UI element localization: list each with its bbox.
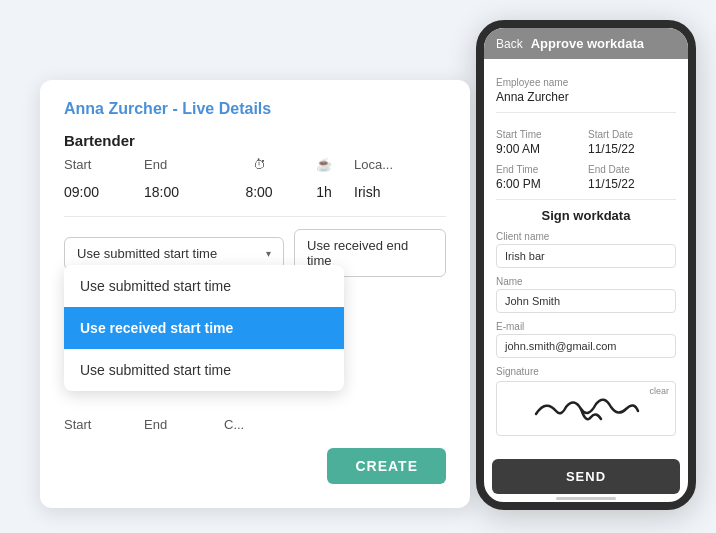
home-bar	[556, 497, 616, 500]
signature-area[interactable]: clear	[496, 381, 676, 436]
create-button-row: CREATE	[64, 448, 446, 484]
location: Irish	[354, 184, 446, 200]
end-time-value: 6:00 PM	[496, 177, 584, 191]
dropdown-option-0[interactable]: Use submitted start time	[64, 265, 344, 307]
send-button[interactable]: SEND	[492, 459, 680, 494]
phone-divider-2	[496, 199, 676, 200]
start-time: 09:00	[64, 184, 144, 200]
end-time-label: End Time	[496, 164, 584, 175]
dropdown-menu: Use submitted start time Use received st…	[64, 265, 344, 391]
end-date-label: End Date	[588, 164, 676, 175]
second-header-end: End	[144, 417, 224, 432]
name-label: Name	[496, 276, 676, 287]
dropdown-option-2[interactable]: Use submitted start time	[64, 349, 344, 391]
start-time-label: Start Time	[496, 129, 584, 140]
sign-workdata-title: Sign workdata	[496, 208, 676, 223]
header-start: Start	[64, 157, 144, 172]
dropdown-row: Use submitted start time ▾ Use received …	[64, 229, 446, 277]
second-header-c: C...	[224, 417, 446, 432]
email-input[interactable]: john.smith@gmail.com	[496, 334, 676, 358]
phone-mockup: Back Approve workdata Employee name Anna…	[476, 20, 696, 510]
header-end: End	[144, 157, 224, 172]
second-header-start: Start	[64, 417, 144, 432]
phone-body: Employee name Anna Zurcher Start Time 9:…	[484, 59, 688, 446]
end-date-value: 11/15/22	[588, 177, 676, 191]
schedule-row: 09:00 18:00 8:00 1h Irish	[64, 180, 446, 204]
back-button[interactable]: Back	[496, 37, 523, 51]
start-time-value: 9:00 AM	[496, 142, 584, 156]
live-details-card: Anna Zurcher - Live Details Bartender St…	[40, 80, 470, 508]
signature-drawing	[526, 389, 646, 429]
phone-title: Approve workdata	[531, 36, 644, 51]
create-button[interactable]: CREATE	[327, 448, 446, 484]
employee-name: Anna Zurcher	[496, 90, 676, 104]
second-table: Start End C...	[64, 417, 446, 432]
divider	[64, 216, 446, 217]
dropdown-option-1[interactable]: Use received start time	[64, 307, 344, 349]
header-location: Loca...	[354, 157, 446, 172]
role-label: Bartender	[64, 132, 446, 149]
email-label: E-mail	[496, 321, 676, 332]
second-table-header: Start End C...	[64, 417, 446, 432]
header-clock: ⏱	[224, 157, 294, 172]
name-input[interactable]: John Smith	[496, 289, 676, 313]
header-coffee: ☕	[294, 157, 354, 172]
date-block: Start Date 11/15/22 End Date 11/15/22	[588, 121, 676, 191]
employee-name-label: Employee name	[496, 77, 676, 88]
clear-link[interactable]: clear	[649, 386, 669, 396]
phone-divider-1	[496, 112, 676, 113]
table-header: Start End ⏱ ☕ Loca...	[64, 157, 446, 176]
time-date-row: Start Time 9:00 AM End Time 6:00 PM Star…	[496, 121, 676, 191]
end-time: 18:00	[144, 184, 224, 200]
card-title: Anna Zurcher - Live Details	[64, 100, 446, 118]
start-time-block: Start Time 9:00 AM End Time 6:00 PM	[496, 121, 584, 191]
signature-label: Signature	[496, 366, 676, 377]
start-date-value: 11/15/22	[588, 142, 676, 156]
dropdown-selected-label: Use submitted start time	[77, 246, 217, 261]
break: 1h	[294, 184, 354, 200]
client-name-input[interactable]: Irish bar	[496, 244, 676, 268]
client-name-label: Client name	[496, 231, 676, 242]
duration: 8:00	[224, 184, 294, 200]
chevron-down-icon: ▾	[266, 248, 271, 259]
start-date-label: Start Date	[588, 129, 676, 140]
phone-header: Back Approve workdata	[484, 28, 688, 59]
